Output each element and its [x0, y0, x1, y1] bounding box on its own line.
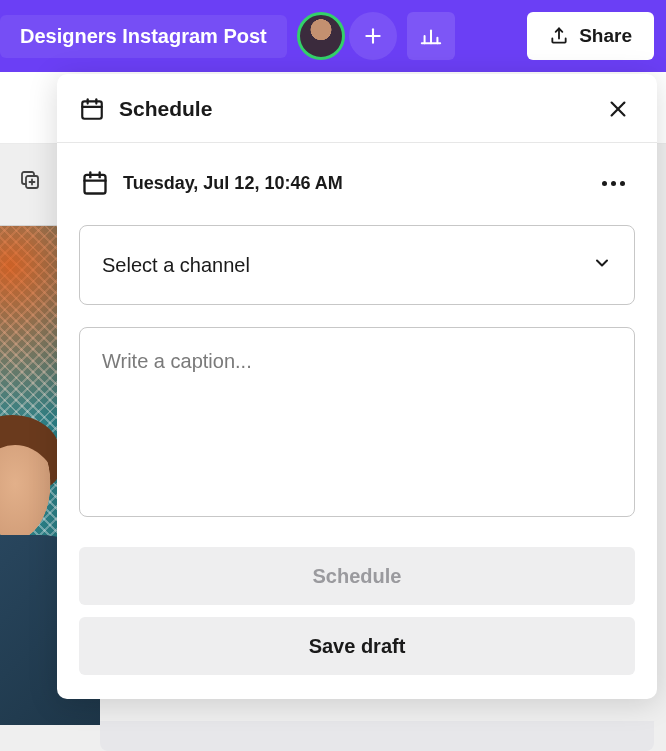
chevron-down-icon [592, 253, 612, 277]
close-icon [607, 98, 629, 120]
svg-rect-16 [85, 175, 106, 194]
dots-icon [611, 181, 616, 186]
canvas-lower-strip [100, 721, 654, 751]
analytics-button[interactable] [407, 12, 455, 60]
plus-icon [363, 26, 383, 46]
calendar-icon [79, 96, 105, 122]
canvas-side-toolbar [10, 160, 50, 200]
channel-select-label: Select a channel [102, 254, 250, 277]
share-button-label: Share [579, 25, 632, 47]
avatar[interactable] [297, 12, 345, 60]
document-title: Designers Instagram Post [20, 25, 267, 48]
date-more-button[interactable] [594, 173, 633, 194]
add-collaborator-button[interactable] [349, 12, 397, 60]
schedule-panel: Schedule Tuesday, Jul 12, 10:46 AM Selec… [57, 74, 657, 699]
share-button[interactable]: Share [527, 12, 654, 60]
bar-chart-icon [420, 25, 442, 47]
dots-icon [620, 181, 625, 186]
caption-input[interactable] [79, 327, 635, 517]
dots-icon [602, 181, 607, 186]
schedule-button[interactable]: Schedule [79, 547, 635, 605]
schedule-date-row[interactable]: Tuesday, Jul 12, 10:46 AM [79, 163, 635, 203]
svg-rect-10 [82, 101, 102, 118]
top-toolbar: Designers Instagram Post Share [0, 0, 666, 72]
schedule-date-text: Tuesday, Jul 12, 10:46 AM [123, 173, 343, 194]
calendar-icon [81, 169, 109, 197]
upload-icon [549, 26, 569, 46]
panel-body: Tuesday, Jul 12, 10:46 AM Select a chann… [57, 143, 657, 699]
document-title-wrap[interactable]: Designers Instagram Post [0, 15, 287, 58]
close-button[interactable] [601, 92, 635, 126]
panel-title: Schedule [119, 97, 212, 121]
duplicate-icon [18, 168, 42, 192]
panel-header: Schedule [57, 74, 657, 143]
duplicate-page-button[interactable] [10, 160, 50, 200]
save-draft-button[interactable]: Save draft [79, 617, 635, 675]
channel-select[interactable]: Select a channel [79, 225, 635, 305]
